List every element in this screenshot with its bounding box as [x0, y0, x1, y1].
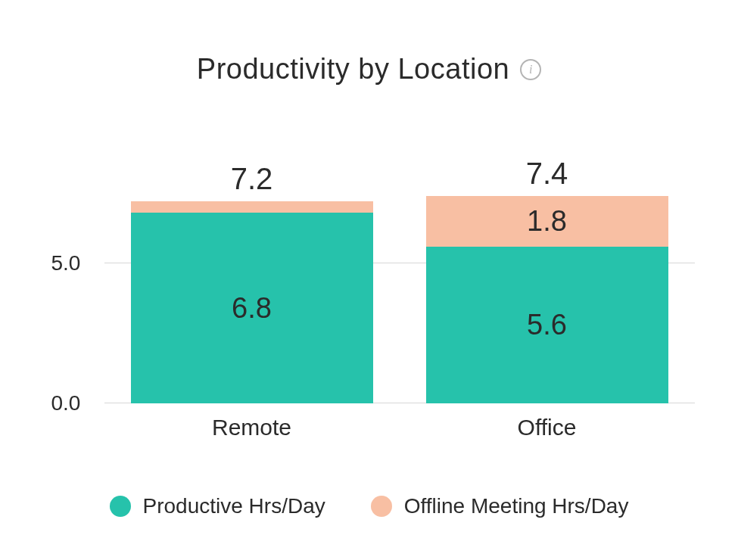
plot-area: 7.2 6.8 7.4 1.8 — [104, 123, 695, 403]
legend-text-productive: Productive Hrs/Day — [143, 494, 325, 518]
bar-group-office: 7.4 1.8 5.6 — [426, 196, 668, 403]
chart-container: Productivity by Location i 0.0 5.0 7.2 6… — [0, 0, 738, 560]
category-labels: Remote Office — [104, 415, 695, 440]
bar-stack-office: 1.8 5.6 — [426, 196, 668, 403]
bar-group-remote: 7.2 6.8 — [131, 201, 373, 403]
chart-title: Productivity by Location — [197, 53, 509, 86]
segment-remote-productive: 6.8 — [131, 213, 373, 403]
segment-office-productive: 5.6 — [426, 247, 668, 403]
total-label-office: 7.4 — [526, 157, 568, 191]
category-label-office: Office — [426, 415, 668, 440]
segment-office-meeting: 1.8 — [426, 196, 668, 247]
segment-label-remote-productive: 6.8 — [232, 292, 272, 325]
bars-wrapper: 7.2 6.8 7.4 1.8 — [104, 123, 695, 403]
info-icon[interactable]: i — [520, 59, 541, 80]
legend-item-productive: Productive Hrs/Day — [110, 494, 325, 518]
swatch-teal-icon — [110, 496, 131, 517]
segment-label-office-productive: 5.6 — [527, 309, 567, 341]
segment-remote-meeting — [131, 201, 373, 213]
swatch-salmon-icon — [371, 496, 392, 517]
segment-label-office-meeting: 1.8 — [527, 205, 567, 238]
legend-text-meeting: Offline Meeting Hrs/Day — [404, 494, 629, 518]
bar-stack-remote: 6.8 — [131, 201, 373, 403]
title-row: Productivity by Location i — [197, 53, 541, 86]
y-tick-0: 0.0 — [51, 391, 81, 415]
total-label-remote: 7.2 — [231, 162, 273, 196]
y-tick-5: 5.0 — [51, 251, 81, 275]
category-label-remote: Remote — [131, 415, 373, 440]
legend: Productive Hrs/Day Offline Meeting Hrs/D… — [110, 494, 629, 518]
legend-item-meeting: Offline Meeting Hrs/Day — [371, 494, 629, 518]
chart-area: 0.0 5.0 7.2 6.8 — [36, 123, 702, 441]
